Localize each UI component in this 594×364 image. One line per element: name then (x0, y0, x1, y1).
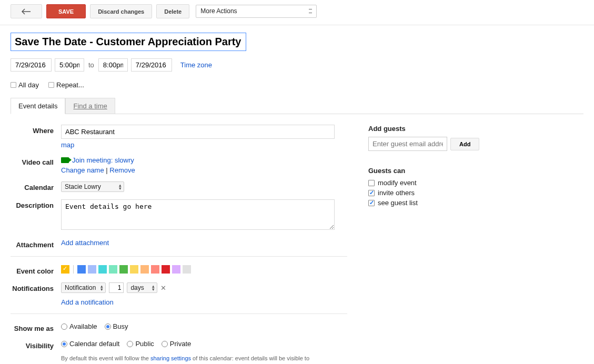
start-time-input[interactable] (55, 58, 84, 72)
remove-notification-button[interactable]: ✕ (160, 284, 166, 292)
tab-find-a-time[interactable]: Find a time (65, 98, 115, 114)
repeat-checkbox[interactable]: Repeat... (48, 81, 84, 89)
modify-event-label: modify event (378, 179, 417, 187)
description-label: Description (11, 199, 61, 209)
notification-amount-input[interactable] (109, 282, 124, 293)
end-date-input[interactable] (131, 58, 172, 72)
busy-radio[interactable]: Busy (105, 322, 128, 330)
radio-icon (127, 341, 133, 347)
change-name-link[interactable]: Change name (61, 166, 104, 174)
checkbox-icon (368, 190, 375, 196)
event-color-label: Event color (11, 265, 61, 275)
radio-icon (105, 323, 111, 330)
repeat-label: Repeat... (56, 81, 84, 89)
color-swatch-row (61, 265, 347, 274)
add-guests-heading: Add guests (368, 125, 505, 133)
calendar-default-label: Calendar default (69, 340, 119, 348)
private-radio[interactable]: Private (162, 340, 191, 348)
remove-link[interactable]: Remove (109, 166, 135, 174)
notifications-label: Notifications (11, 282, 61, 292)
calendar-default-radio[interactable]: Calendar default (61, 340, 119, 348)
discard-button[interactable]: Discard changes (90, 4, 152, 18)
visibility-label: Visibility (11, 340, 61, 350)
color-swatch[interactable] (151, 265, 159, 274)
calendar-select[interactable]: Stacie Lowry ▴▾ (61, 181, 124, 192)
radio-icon (162, 341, 168, 347)
all-day-checkbox[interactable]: All day (11, 81, 39, 89)
video-camera-icon (61, 157, 69, 163)
back-arrow-icon (22, 8, 31, 15)
more-actions-select[interactable]: More Actions (196, 5, 317, 18)
checkbox-icon (368, 200, 375, 206)
chevron-updown-icon: ▴▾ (100, 285, 103, 291)
color-swatch[interactable] (109, 265, 117, 274)
available-radio[interactable]: Available (61, 322, 97, 330)
public-radio[interactable]: Public (127, 340, 154, 348)
chevron-updown-icon: ▴▾ (119, 184, 122, 190)
busy-label: Busy (113, 322, 128, 330)
where-label: Where (11, 125, 61, 135)
color-swatch[interactable] (130, 265, 138, 274)
back-button[interactable] (11, 4, 42, 18)
add-notification-link[interactable]: Add a notification (61, 298, 114, 306)
color-swatch[interactable] (61, 265, 69, 274)
color-swatch[interactable] (162, 265, 170, 274)
guests-can-heading: Guests can (368, 167, 505, 175)
guest-email-input[interactable] (368, 137, 447, 151)
calendar-label: Calendar (11, 181, 61, 191)
color-swatch[interactable] (77, 265, 86, 274)
to-label: to (88, 61, 94, 69)
delete-button[interactable]: Delete (156, 4, 189, 18)
modify-event-checkbox[interactable]: modify event (368, 179, 505, 187)
notification-unit-select[interactable]: days ▴▾ (127, 282, 157, 293)
notification-type-value: Notification (65, 284, 96, 291)
chevron-updown-icon: ▴▾ (152, 285, 155, 291)
save-button[interactable]: SAVE (46, 4, 86, 18)
end-time-input[interactable] (98, 58, 128, 72)
private-label: Private (170, 340, 191, 348)
all-day-label: All day (18, 81, 39, 89)
color-swatch[interactable] (119, 265, 128, 274)
invite-others-label: invite others (378, 189, 415, 197)
calendar-value: Stacie Lowry (65, 183, 101, 190)
notification-type-select[interactable]: Notification ▴▾ (61, 282, 106, 293)
checkbox-icon (11, 82, 16, 88)
join-meeting-link[interactable]: Join meeting: slowry (72, 156, 134, 164)
event-title-input[interactable] (11, 33, 246, 51)
color-swatch[interactable] (98, 265, 107, 274)
start-date-input[interactable] (11, 58, 52, 72)
more-actions-label: More Actions (200, 7, 237, 15)
available-label: Available (69, 322, 97, 330)
color-swatch[interactable] (88, 265, 96, 274)
map-link[interactable]: map (61, 141, 74, 149)
sharing-settings-link[interactable]: sharing settings (150, 355, 191, 361)
video-call-label: Video call (11, 156, 61, 166)
timezone-link[interactable]: Time zone (180, 61, 212, 69)
public-label: Public (135, 340, 154, 348)
add-guest-button[interactable]: Add (450, 138, 479, 150)
checkbox-icon (368, 180, 375, 186)
radio-icon (61, 323, 67, 330)
invite-others-checkbox[interactable]: invite others (368, 189, 505, 197)
checkbox-icon (48, 82, 54, 88)
color-swatch[interactable] (140, 265, 149, 274)
notification-unit-value: days (130, 284, 144, 291)
tab-event-details[interactable]: Event details (11, 98, 65, 114)
add-attachment-link[interactable]: Add attachment (61, 239, 109, 247)
show-me-as-label: Show me as (11, 322, 61, 332)
description-textarea[interactable] (61, 199, 335, 230)
see-guest-list-checkbox[interactable]: see guest list (368, 199, 505, 207)
color-swatch[interactable] (183, 265, 191, 274)
where-input[interactable] (61, 125, 335, 139)
attachment-label: Attachment (11, 239, 61, 249)
color-swatch[interactable] (172, 265, 180, 274)
see-guest-list-label: see guest list (378, 199, 418, 207)
visibility-help-text: By default this event will follow the sh… (61, 354, 329, 364)
radio-icon (61, 341, 67, 347)
